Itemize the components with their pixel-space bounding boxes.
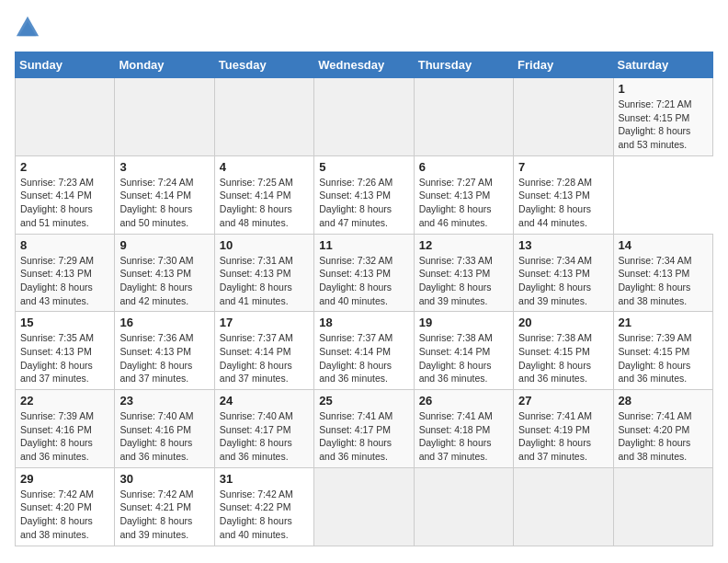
day-cell-23: 23Sunrise: 7:40 AMSunset: 4:16 PMDayligh… bbox=[115, 390, 214, 468]
day-number: 15 bbox=[20, 316, 109, 329]
day-info: Sunrise: 7:42 AMSunset: 4:21 PMDaylight:… bbox=[119, 488, 209, 542]
day-number: 26 bbox=[419, 394, 508, 408]
day-header-sunday: Sunday bbox=[16, 52, 115, 78]
day-number: 12 bbox=[419, 238, 508, 252]
empty-cell bbox=[414, 78, 513, 156]
day-number: 30 bbox=[119, 472, 209, 486]
day-cell-28: 28Sunrise: 7:41 AMSunset: 4:20 PMDayligh… bbox=[613, 390, 712, 468]
day-cell-15: 15Sunrise: 7:35 AMSunset: 4:13 PMDayligh… bbox=[16, 312, 115, 390]
empty-cell bbox=[314, 78, 414, 156]
day-number: 6 bbox=[419, 160, 508, 174]
calendar-week-5: 22Sunrise: 7:39 AMSunset: 4:16 PMDayligh… bbox=[16, 390, 713, 468]
day-cell-12: 12Sunrise: 7:33 AMSunset: 4:13 PMDayligh… bbox=[414, 234, 513, 312]
day-cell-17: 17Sunrise: 7:37 AMSunset: 4:14 PMDayligh… bbox=[214, 312, 313, 390]
day-info: Sunrise: 7:28 AMSunset: 4:13 PMDaylight:… bbox=[518, 176, 608, 230]
day-cell-25: 25Sunrise: 7:41 AMSunset: 4:17 PMDayligh… bbox=[314, 390, 414, 468]
day-number: 9 bbox=[119, 238, 209, 252]
day-number: 2 bbox=[20, 160, 109, 174]
day-header-friday: Friday bbox=[514, 52, 613, 78]
day-cell-11: 11Sunrise: 7:32 AMSunset: 4:13 PMDayligh… bbox=[314, 234, 414, 312]
day-header-saturday: Saturday bbox=[613, 52, 712, 78]
day-number: 29 bbox=[20, 472, 109, 486]
empty-cell bbox=[514, 78, 613, 156]
day-number: 23 bbox=[119, 394, 209, 408]
calendar: SundayMondayTuesdayWednesdayThursdayFrid… bbox=[15, 52, 713, 546]
empty-cell bbox=[613, 467, 712, 546]
day-cell-5: 5Sunrise: 7:26 AMSunset: 4:13 PMDaylight… bbox=[314, 155, 414, 234]
day-cell-24: 24Sunrise: 7:40 AMSunset: 4:17 PMDayligh… bbox=[214, 390, 313, 468]
day-number: 22 bbox=[20, 394, 109, 408]
day-cell-21: 21Sunrise: 7:39 AMSunset: 4:15 PMDayligh… bbox=[613, 312, 712, 390]
day-info: Sunrise: 7:40 AMSunset: 4:16 PMDaylight:… bbox=[119, 409, 209, 464]
day-info: Sunrise: 7:40 AMSunset: 4:17 PMDaylight:… bbox=[220, 409, 309, 464]
day-cell-7: 7Sunrise: 7:28 AMSunset: 4:13 PMDaylight… bbox=[514, 155, 613, 234]
day-info: Sunrise: 7:34 AMSunset: 4:13 PMDaylight:… bbox=[518, 254, 608, 308]
day-info: Sunrise: 7:33 AMSunset: 4:13 PMDaylight:… bbox=[419, 254, 508, 308]
calendar-week-4: 15Sunrise: 7:35 AMSunset: 4:13 PMDayligh… bbox=[16, 312, 713, 390]
day-info: Sunrise: 7:30 AMSunset: 4:13 PMDaylight:… bbox=[119, 254, 209, 308]
day-number: 3 bbox=[119, 160, 209, 174]
day-info: Sunrise: 7:32 AMSunset: 4:13 PMDaylight:… bbox=[319, 254, 408, 308]
day-info: Sunrise: 7:24 AMSunset: 4:14 PMDaylight:… bbox=[119, 176, 209, 230]
day-cell-30: 30Sunrise: 7:42 AMSunset: 4:21 PMDayligh… bbox=[115, 467, 214, 546]
day-info: Sunrise: 7:25 AMSunset: 4:14 PMDaylight:… bbox=[220, 176, 309, 230]
day-info: Sunrise: 7:21 AMSunset: 4:15 PMDaylight:… bbox=[619, 98, 708, 152]
day-info: Sunrise: 7:42 AMSunset: 4:20 PMDaylight:… bbox=[20, 488, 109, 542]
day-cell-1: 1Sunrise: 7:21 AMSunset: 4:15 PMDaylight… bbox=[613, 78, 712, 156]
day-info: Sunrise: 7:34 AMSunset: 4:13 PMDaylight:… bbox=[619, 254, 708, 308]
calendar-week-1: 1Sunrise: 7:21 AMSunset: 4:15 PMDaylight… bbox=[16, 78, 713, 156]
day-cell-14: 14Sunrise: 7:34 AMSunset: 4:13 PMDayligh… bbox=[613, 234, 712, 312]
day-info: Sunrise: 7:23 AMSunset: 4:14 PMDaylight:… bbox=[20, 176, 109, 230]
day-info: Sunrise: 7:41 AMSunset: 4:17 PMDaylight:… bbox=[319, 409, 408, 464]
day-info: Sunrise: 7:27 AMSunset: 4:13 PMDaylight:… bbox=[419, 176, 508, 230]
empty-cell bbox=[314, 467, 414, 546]
day-cell-27: 27Sunrise: 7:41 AMSunset: 4:19 PMDayligh… bbox=[514, 390, 613, 468]
day-number: 18 bbox=[319, 316, 408, 329]
day-info: Sunrise: 7:42 AMSunset: 4:22 PMDaylight:… bbox=[220, 488, 309, 542]
empty-cell bbox=[214, 78, 313, 156]
day-cell-4: 4Sunrise: 7:25 AMSunset: 4:14 PMDaylight… bbox=[214, 155, 313, 234]
day-number: 31 bbox=[220, 472, 309, 486]
day-info: Sunrise: 7:41 AMSunset: 4:18 PMDaylight:… bbox=[419, 409, 508, 464]
day-header-tuesday: Tuesday bbox=[214, 52, 313, 78]
day-info: Sunrise: 7:37 AMSunset: 4:14 PMDaylight:… bbox=[220, 331, 309, 385]
day-number: 20 bbox=[518, 316, 608, 329]
day-number: 16 bbox=[119, 316, 209, 329]
logo bbox=[15, 15, 44, 40]
day-info: Sunrise: 7:31 AMSunset: 4:13 PMDaylight:… bbox=[220, 254, 309, 308]
calendar-header-row: SundayMondayTuesdayWednesdayThursdayFrid… bbox=[16, 52, 713, 78]
day-cell-10: 10Sunrise: 7:31 AMSunset: 4:13 PMDayligh… bbox=[214, 234, 313, 312]
day-number: 8 bbox=[20, 238, 109, 252]
day-header-wednesday: Wednesday bbox=[314, 52, 414, 78]
day-cell-3: 3Sunrise: 7:24 AMSunset: 4:14 PMDaylight… bbox=[115, 155, 214, 234]
day-cell-2: 2Sunrise: 7:23 AMSunset: 4:14 PMDaylight… bbox=[16, 155, 115, 234]
day-info: Sunrise: 7:35 AMSunset: 4:13 PMDaylight:… bbox=[20, 331, 109, 385]
day-number: 25 bbox=[319, 394, 408, 408]
calendar-week-6: 29Sunrise: 7:42 AMSunset: 4:20 PMDayligh… bbox=[16, 467, 713, 546]
day-number: 24 bbox=[220, 394, 309, 408]
day-cell-26: 26Sunrise: 7:41 AMSunset: 4:18 PMDayligh… bbox=[414, 390, 513, 468]
day-cell-22: 22Sunrise: 7:39 AMSunset: 4:16 PMDayligh… bbox=[16, 390, 115, 468]
day-number: 17 bbox=[220, 316, 309, 329]
empty-cell bbox=[414, 467, 513, 546]
day-number: 11 bbox=[319, 238, 408, 252]
day-cell-19: 19Sunrise: 7:38 AMSunset: 4:14 PMDayligh… bbox=[414, 312, 513, 390]
page-header bbox=[15, 15, 713, 40]
day-number: 19 bbox=[419, 316, 508, 329]
day-info: Sunrise: 7:36 AMSunset: 4:13 PMDaylight:… bbox=[119, 331, 209, 385]
day-cell-9: 9Sunrise: 7:30 AMSunset: 4:13 PMDaylight… bbox=[115, 234, 214, 312]
day-cell-16: 16Sunrise: 7:36 AMSunset: 4:13 PMDayligh… bbox=[115, 312, 214, 390]
day-header-monday: Monday bbox=[115, 52, 214, 78]
day-cell-31: 31Sunrise: 7:42 AMSunset: 4:22 PMDayligh… bbox=[214, 467, 313, 546]
day-info: Sunrise: 7:39 AMSunset: 4:16 PMDaylight:… bbox=[20, 409, 109, 464]
day-info: Sunrise: 7:38 AMSunset: 4:14 PMDaylight:… bbox=[419, 331, 508, 385]
day-number: 27 bbox=[518, 394, 608, 408]
day-info: Sunrise: 7:39 AMSunset: 4:15 PMDaylight:… bbox=[619, 331, 708, 385]
empty-cell bbox=[115, 78, 214, 156]
day-cell-18: 18Sunrise: 7:37 AMSunset: 4:14 PMDayligh… bbox=[314, 312, 414, 390]
day-number: 14 bbox=[619, 238, 708, 252]
day-number: 21 bbox=[619, 316, 708, 329]
day-number: 7 bbox=[518, 160, 608, 174]
day-cell-13: 13Sunrise: 7:34 AMSunset: 4:13 PMDayligh… bbox=[514, 234, 613, 312]
day-info: Sunrise: 7:41 AMSunset: 4:19 PMDaylight:… bbox=[518, 409, 608, 464]
